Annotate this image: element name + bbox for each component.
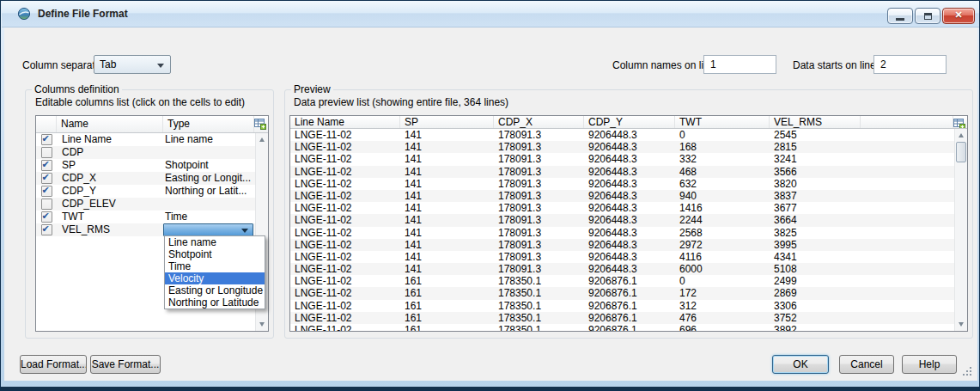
column-name-cell[interactable]: TWT xyxy=(57,211,163,223)
column-type-cell[interactable]: Time xyxy=(163,211,254,223)
column-checkbox[interactable]: ✔ xyxy=(41,224,52,235)
columns-table-corner xyxy=(254,116,268,132)
preview-row[interactable]: LNGE-11-02 141 178091.3 9206448.3 168 28… xyxy=(290,141,967,153)
preview-row[interactable]: LNGE-11-02 141 178091.3 9206448.3 2244 3… xyxy=(290,214,967,226)
help-button[interactable]: Help xyxy=(902,355,957,374)
column-separator-combobox[interactable]: Tab xyxy=(94,55,171,74)
dropdown-option[interactable]: Shotpoint xyxy=(165,248,265,260)
table-columns-icon[interactable] xyxy=(953,118,965,128)
column-row[interactable]: ✔ VEL_RMS xyxy=(36,223,268,236)
scroll-up-button[interactable] xyxy=(955,130,968,141)
column-row[interactable]: ✔ CDP_X Easting or Longit... xyxy=(36,172,268,185)
cell-sp: 141 xyxy=(400,251,494,263)
column-type-cell[interactable] xyxy=(163,146,254,159)
column-names-input[interactable]: 1 xyxy=(703,55,776,74)
cell-line-name: LNGE-11-02 xyxy=(290,287,400,299)
resize-grip[interactable] xyxy=(961,365,971,376)
column-row[interactable]: ✔ Line Name Line name xyxy=(36,133,268,146)
load-format-button[interactable]: Load Format... xyxy=(20,355,87,374)
preview-row[interactable]: LNGE-11-02 141 178091.3 9206448.3 332 32… xyxy=(290,153,967,165)
dropdown-option[interactable]: Time xyxy=(165,260,265,272)
column-row[interactable]: ✔ TWT Time xyxy=(36,211,268,223)
cell-vel-rms: 2499 xyxy=(770,275,861,287)
preview-header-twt[interactable]: TWT xyxy=(675,116,770,128)
ok-button[interactable]: OK xyxy=(772,355,829,374)
column-checkbox[interactable]: ✔ xyxy=(41,147,52,158)
column-row[interactable]: ✔ CDP_ELEV xyxy=(36,198,268,211)
preview-row[interactable]: LNGE-11-02 141 178091.3 9206448.3 940 38… xyxy=(290,190,967,202)
column-type-cell[interactable]: Northing or Latit... xyxy=(163,185,254,198)
preview-table-scrollbar[interactable] xyxy=(954,129,967,331)
column-type-cell[interactable] xyxy=(163,198,254,211)
dropdown-option[interactable]: Northing or Latitude xyxy=(165,296,265,309)
close-icon xyxy=(943,9,974,21)
titlebar[interactable]: Define File Format xyxy=(2,1,980,27)
column-type-cell[interactable] xyxy=(163,223,254,236)
column-type-value: Time xyxy=(165,211,187,223)
column-type-cell[interactable]: Easting or Longit... xyxy=(163,172,254,185)
column-name-cell[interactable]: SP xyxy=(57,159,163,172)
preview-header-cdp-y[interactable]: CDP_Y xyxy=(584,116,675,128)
column-row[interactable]: ✔ CDP xyxy=(36,146,268,159)
preview-row[interactable]: LNGE-11-02 161 178350.1 9206876.1 696 38… xyxy=(290,324,967,332)
preview-row[interactable]: LNGE-11-02 141 178091.3 9206448.3 468 35… xyxy=(290,166,967,178)
column-checkbox[interactable]: ✔ xyxy=(41,134,52,145)
chevron-down-icon xyxy=(241,229,248,233)
data-starts-input[interactable]: 2 xyxy=(873,55,947,74)
type-column-header[interactable]: Type xyxy=(163,116,254,132)
column-row[interactable]: ✔ CDP_Y Northing or Latit... xyxy=(36,185,268,198)
column-name-cell[interactable]: CDP_Y xyxy=(57,185,163,198)
save-format-button[interactable]: Save Format... xyxy=(90,355,161,374)
column-row[interactable]: ✔ SP Shotpoint xyxy=(36,159,268,172)
preview-row[interactable]: LNGE-11-02 141 178091.3 9206448.3 1416 3… xyxy=(290,202,967,214)
scroll-up-button[interactable] xyxy=(256,134,269,145)
preview-row[interactable]: LNGE-11-02 141 178091.3 9206448.3 632 38… xyxy=(290,178,967,190)
scrollbar-thumb[interactable] xyxy=(956,142,966,162)
dropdown-option[interactable]: Line name xyxy=(165,236,265,248)
cell-cdp-x: 178350.1 xyxy=(494,287,584,299)
cell-sp: 141 xyxy=(400,202,494,214)
column-checkbox[interactable]: ✔ xyxy=(41,160,52,171)
scroll-down-button[interactable] xyxy=(256,319,269,330)
preview-row[interactable]: LNGE-11-02 141 178091.3 9206448.3 6000 5… xyxy=(290,263,967,275)
column-type-cell[interactable]: Line name xyxy=(163,133,254,146)
preview-header-line-name[interactable]: Line Name xyxy=(290,116,400,128)
cancel-button[interactable]: Cancel xyxy=(839,355,894,374)
preview-header-sp[interactable]: SP xyxy=(400,116,494,128)
column-checkbox-cell: ✔ xyxy=(36,185,57,198)
column-name-cell[interactable]: CDP xyxy=(57,146,163,159)
column-name-cell[interactable]: CDP_X xyxy=(57,172,163,185)
column-checkbox[interactable]: ✔ xyxy=(41,211,52,223)
column-name-cell[interactable]: Line Name xyxy=(57,133,163,146)
preview-row[interactable]: LNGE-11-02 141 178091.3 9206448.3 0 2545 xyxy=(290,129,967,141)
preview-row[interactable]: LNGE-11-02 161 178350.1 9206876.1 0 2499 xyxy=(290,275,967,287)
column-checkbox[interactable]: ✔ xyxy=(41,186,52,197)
type-combobox-open[interactable] xyxy=(163,223,253,236)
preview-row[interactable]: LNGE-11-02 161 178350.1 9206876.1 476 37… xyxy=(290,312,967,324)
preview-row[interactable]: LNGE-11-02 161 178350.1 9206876.1 312 33… xyxy=(290,300,967,312)
column-checkbox[interactable]: ✔ xyxy=(41,199,52,210)
close-button[interactable] xyxy=(942,8,975,24)
scroll-down-button[interactable] xyxy=(955,319,968,330)
dropdown-option[interactable]: Easting or Longitude xyxy=(165,284,265,296)
cell-twt: 332 xyxy=(675,153,770,165)
column-name-cell[interactable]: VEL_RMS xyxy=(57,223,163,236)
preview-header-cdp-x[interactable]: CDP_X xyxy=(494,116,584,128)
column-name-cell[interactable]: CDP_ELEV xyxy=(57,198,163,211)
name-column-header[interactable]: Name xyxy=(57,116,163,132)
preview-row[interactable]: LNGE-11-02 141 178091.3 9206448.3 2972 3… xyxy=(290,239,967,251)
column-checkbox[interactable]: ✔ xyxy=(41,173,52,184)
preview-table-header: Line Name SP CDP_X CDP_Y TWT VEL_RMS xyxy=(290,116,967,129)
preview-row[interactable]: LNGE-11-02 161 178350.1 9206876.1 172 28… xyxy=(290,287,967,299)
cell-vel-rms: 3306 xyxy=(770,300,861,312)
column-type-cell[interactable]: Shotpoint xyxy=(163,159,254,172)
preview-header-vel-rms[interactable]: VEL_RMS xyxy=(770,116,861,128)
preview-row[interactable]: LNGE-11-02 141 178091.3 9206448.3 2568 3… xyxy=(290,227,967,239)
minimize-button[interactable] xyxy=(887,8,913,24)
preview-row[interactable]: LNGE-11-02 141 178091.3 9206448.3 4116 4… xyxy=(290,251,967,263)
table-columns-icon[interactable] xyxy=(254,118,266,130)
maximize-button[interactable] xyxy=(915,8,940,24)
dropdown-option[interactable]: Velocity xyxy=(165,272,265,284)
cell-cdp-x: 178350.1 xyxy=(494,324,584,332)
cell-cdp-y: 9206448.3 xyxy=(584,129,675,141)
